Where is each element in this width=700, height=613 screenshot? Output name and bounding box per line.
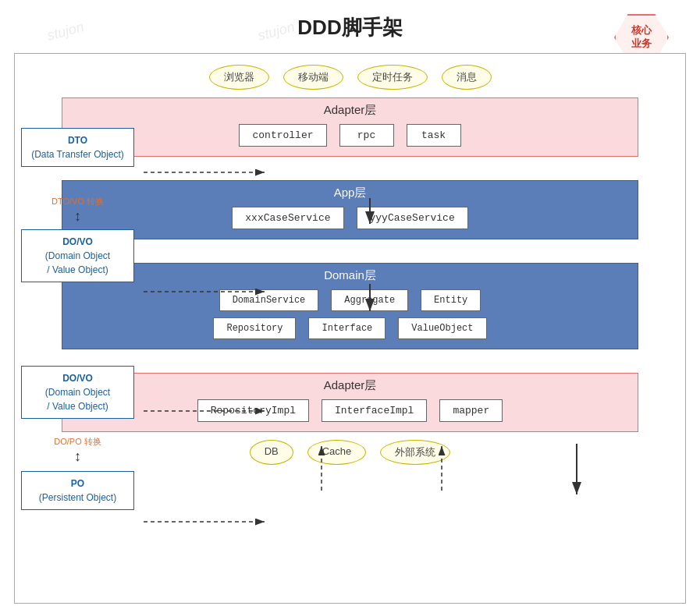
dto-vo-label: DTO/VO 转换 bbox=[52, 196, 104, 207]
controller-box: controller bbox=[239, 124, 326, 147]
oval-external: 外部系统 bbox=[380, 440, 450, 465]
oval-message: 消息 bbox=[442, 65, 492, 90]
oval-cache: Cache bbox=[307, 440, 367, 465]
domain-row2: Repository Interface ValueObject bbox=[70, 317, 630, 339]
dovo2-subtitle: (Domain Object/ Value Object) bbox=[28, 385, 127, 413]
dovo2-title: DO/VO bbox=[28, 371, 127, 385]
domain-layer-title: Domain层 bbox=[70, 268, 630, 283]
dto-box: DTO (Data Transfer Object) bbox=[21, 128, 134, 167]
valueobject-box: ValueObject bbox=[398, 317, 486, 339]
domainservice-box: DomainService bbox=[219, 289, 319, 311]
main-frame: 浏览器 移动端 定时任务 消息 Adapter层 controller rpc … bbox=[14, 53, 686, 604]
po-box: PO (Persistent Object) bbox=[21, 471, 134, 510]
adapter-bottom-title: Adapter层 bbox=[70, 378, 630, 393]
oval-db: DB bbox=[250, 440, 293, 465]
domain-boxes-grid: DomainService Aggregate Entity Repositor… bbox=[70, 289, 630, 339]
oval-browser: 浏览器 bbox=[209, 65, 269, 90]
repository-box: Repository bbox=[213, 317, 296, 339]
dto-subtitle: (Data Transfer Object) bbox=[28, 147, 127, 161]
page-container: stujon stujon stujon stujon stujon DDD脚手… bbox=[0, 0, 700, 613]
adapter-top-layer: Adapter层 controller rpc task bbox=[62, 97, 638, 157]
domain-row1: DomainService Aggregate Entity bbox=[70, 289, 630, 311]
yyycaseservice-box: yyyCaseService bbox=[357, 207, 468, 229]
po-subtitle: (Persistent Object) bbox=[28, 491, 127, 505]
hexagon-label: 核心业务 bbox=[631, 24, 652, 51]
adapter-bottom-layer: Adapter层 RepositoryImpl InterfaceImpl ma… bbox=[62, 373, 638, 432]
adapter-top-boxes: controller rpc task bbox=[70, 124, 630, 147]
page-title: DDD脚手架 bbox=[0, 0, 700, 49]
dovo1-subtitle: (Domain Object/ Value Object) bbox=[28, 249, 127, 277]
adapter-top-title: Adapter层 bbox=[70, 103, 630, 118]
dovo1-box: DO/VO (Domain Object/ Value Object) bbox=[21, 229, 134, 282]
xxxcaseservice-box: xxxCaseService bbox=[232, 207, 343, 229]
interface-box: Interface bbox=[308, 317, 386, 339]
mapper-box: mapper bbox=[439, 399, 503, 422]
app-layer-boxes: xxxCaseService yyyCaseService bbox=[70, 207, 630, 229]
repositoryimpl-box: RepositoryImpl bbox=[197, 399, 309, 422]
oval-task: 定时任务 bbox=[357, 65, 428, 90]
double-arrow-1: ↕ bbox=[74, 209, 81, 223]
double-arrow-2: ↕ bbox=[74, 449, 81, 463]
dto-title: DTO bbox=[28, 133, 127, 147]
ovals-row-top: 浏览器 移动端 定时任务 消息 bbox=[15, 65, 685, 90]
entity-box: Entity bbox=[421, 289, 481, 311]
interfaceimpl-box: InterfaceImpl bbox=[322, 399, 427, 422]
app-layer-title: App层 bbox=[70, 186, 630, 200]
task-box: task bbox=[407, 124, 461, 147]
do-po-label: DO/PO 转换 bbox=[54, 436, 101, 448]
dovo1-title: DO/VO bbox=[28, 235, 127, 249]
po-title: PO bbox=[28, 477, 127, 491]
app-layer: App层 xxxCaseService yyyCaseService bbox=[62, 180, 638, 239]
oval-mobile: 移动端 bbox=[283, 65, 343, 90]
adapter-bottom-boxes: RepositoryImpl InterfaceImpl mapper bbox=[70, 399, 630, 422]
domain-layer: Domain层 DomainService Aggregate Entity R… bbox=[62, 263, 638, 349]
dto-vo-conversion: DTO/VO 转换 ↕ bbox=[21, 196, 134, 223]
dovo2-box: DO/VO (Domain Object/ Value Object) bbox=[21, 366, 134, 419]
do-po-conversion: DO/PO 转换 ↕ bbox=[21, 436, 134, 463]
aggregate-box: Aggregate bbox=[331, 289, 408, 311]
rpc-box: rpc bbox=[339, 124, 394, 147]
